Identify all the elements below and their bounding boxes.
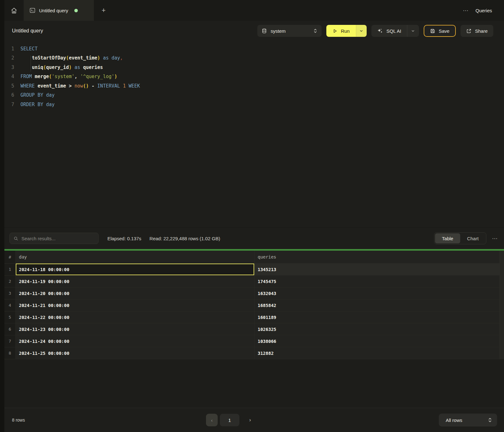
code-line[interactable]: 1SELECT [4,44,504,54]
run-dropdown-arrow[interactable] [356,25,367,37]
column-header-day[interactable]: day [16,251,255,263]
table-body: 12024-11-18 00:00:00134521322024-11-19 0… [4,264,504,359]
page-size-value: All rows [446,418,462,423]
cell-day[interactable]: 2024-11-19 00:00:00 [16,276,255,287]
share-label: Share [475,28,488,34]
code-token: as [103,55,109,61]
header-actions: system Run [257,25,493,37]
code-token: WHERE [20,83,35,89]
sql-ai-button[interactable]: SQL AI [371,25,419,37]
sql-ai-dropdown-arrow[interactable] [407,25,419,37]
cell-day[interactable]: 2024-11-25 00:00:00 [16,347,255,359]
play-icon [333,29,337,33]
tab-bar: Untitled query + ⋯ Queries [4,0,504,21]
code-token: INTERVAL [97,83,120,89]
cell-day[interactable]: 2024-11-18 00:00:00 [16,264,255,275]
code-token [72,65,75,70]
prev-page-button[interactable]: ‹ [206,414,218,426]
code-line[interactable]: 4FROM merge('system', '^query_log') [4,72,504,82]
tab-chart-view[interactable]: Chart [460,233,485,243]
table-row[interactable]: 62024-11-23 00:00:001026325 [4,323,504,335]
run-button[interactable]: Run [326,25,367,37]
cell-queries[interactable]: 1745475 [255,276,500,287]
save-button[interactable]: Save [424,25,456,37]
cell-queries[interactable]: 1685842 [255,299,500,311]
table-row[interactable]: 22024-11-19 00:00:001745475 [4,276,504,287]
row-index: 6 [4,323,16,335]
save-icon [430,28,435,34]
code-token: ) [114,74,117,79]
cell-queries[interactable]: 1026325 [255,323,500,335]
scrollbar-track[interactable] [500,251,504,359]
sql-console-app: Untitled query + ⋯ Queries Untitled quer… [0,0,504,432]
code-token: event_time [69,55,97,61]
cell-day[interactable]: 2024-11-22 00:00:00 [16,311,255,323]
table-row[interactable]: 52024-11-22 00:00:001601189 [4,311,504,323]
code-lines: 1SELECT2 toStartOfDay(event_time) as day… [4,44,504,109]
cell-queries[interactable]: 1601189 [255,311,500,323]
cell-day[interactable]: 2024-11-23 00:00:00 [16,323,255,335]
next-page-button[interactable]: › [245,414,255,426]
code-line[interactable]: 7ORDER BY day [4,100,504,109]
sql-ai-main-segment[interactable]: SQL AI [371,25,407,37]
tab-untitled-query[interactable]: Untitled query [24,0,94,21]
sql-editor[interactable]: 1SELECT2 toStartOfDay(event_time) as day… [4,41,504,227]
new-tab-button[interactable]: + [94,0,113,21]
code-text: WHERE event_time > now() - INTERVAL 1 WE… [20,83,140,89]
page-size-selector[interactable]: All rows [439,414,497,427]
cell-queries[interactable]: 1038066 [255,335,500,347]
select-updown-icon [313,28,317,33]
code-token: SELECT [20,46,37,52]
tab-label: Untitled query [39,8,68,13]
search-results-input[interactable] [21,236,94,241]
cell-queries[interactable]: 1345213 [255,264,500,275]
table-row[interactable]: 42024-11-21 00:00:001685842 [4,299,504,311]
code-line[interactable]: 2 toStartOfDay(event_time) as day, [4,54,504,63]
indent-guide [31,55,31,72]
run-main-segment[interactable]: Run [326,25,356,37]
row-index: 8 [4,347,16,359]
search-results-box[interactable] [9,233,99,244]
column-header-index[interactable]: # [4,251,16,263]
table-row[interactable]: 32024-11-20 00:00:001632043 [4,287,504,299]
view-toggle: Table Chart [434,232,486,244]
cell-day[interactable]: 2024-11-21 00:00:00 [16,299,255,311]
row-index: 2 [4,276,16,287]
table-header-row: # day queries [4,251,504,264]
code-token [80,65,83,70]
cell-day[interactable]: 2024-11-24 00:00:00 [16,335,255,347]
more-menu-icon[interactable]: ⋯ [463,7,468,14]
code-line[interactable]: 3 uniq(query_id) as queries [4,63,504,72]
share-icon [466,28,472,34]
code-token [35,83,37,89]
tab-table-view[interactable]: Table [435,233,460,243]
cell-day[interactable]: 2024-11-20 00:00:00 [16,287,255,299]
database-value: system [271,28,286,34]
code-line[interactable]: 6GROUP BY day [4,91,504,100]
code-token: WEEK [129,83,140,89]
table-row[interactable]: 12024-11-18 00:00:001345213 [4,264,504,276]
cell-queries[interactable]: 312882 [255,347,500,359]
code-token [20,55,32,61]
share-button[interactable]: Share [461,25,493,37]
page-title[interactable]: Untitled query [12,28,43,34]
code-line[interactable]: 5WHERE event_time > now() - INTERVAL 1 W… [4,81,504,91]
code-token: event_time [37,83,66,89]
home-icon [11,7,17,14]
code-token: , [75,74,80,79]
cell-queries[interactable]: 1632043 [255,287,500,299]
home-button[interactable] [4,0,24,21]
queries-button[interactable]: Queries [475,8,492,13]
database-selector[interactable]: system [257,25,322,37]
current-page-button[interactable]: 1 [220,414,239,426]
results-toolbar: Elapsed: 0.137s Read: 22,229,488 rows (1… [4,227,504,249]
code-token: GROUP BY [20,92,43,98]
main-panel: Untitled query + ⋯ Queries Untitled quer… [4,0,504,432]
table-row[interactable]: 82024-11-25 00:00:00312882 [4,347,504,359]
results-more-icon[interactable]: ⋯ [492,235,498,242]
column-header-queries[interactable]: queries [255,251,500,263]
code-token: merge [35,74,49,79]
elapsed-stat: Elapsed: 0.137s [107,236,141,241]
code-text: SELECT [20,46,37,52]
table-row[interactable]: 72024-11-24 00:00:001038066 [4,335,504,347]
